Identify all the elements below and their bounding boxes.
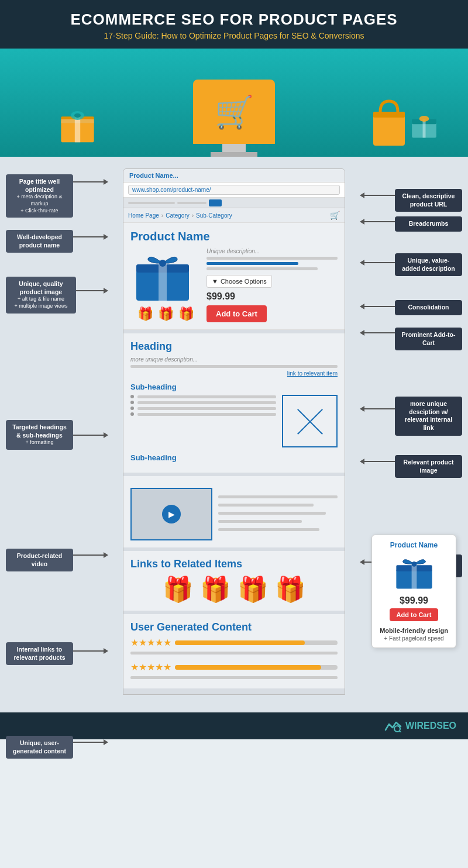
annotation-add-to-cart: Prominent Add-to-Cart (395, 328, 462, 350)
content-line1 (130, 365, 338, 368)
connector-atc-right (364, 332, 395, 333)
svg-point-15 (159, 260, 166, 267)
bullet-dot (130, 401, 134, 404)
ugc-line (130, 652, 338, 655)
stars-2: ★★★★★ (130, 662, 171, 673)
video-line (218, 528, 319, 531)
main-title: ECOMMERCE SEO FOR PRODUCT PAGES (12, 11, 456, 29)
annotation-product-image: Unique, quality product image + alt tag … (6, 277, 76, 314)
video-content: ▶ (130, 488, 338, 540)
annotation-page-title: Page title well optimized + meta decript… (6, 174, 73, 218)
subtitle: 17-Step Guide: How to Optimize Product P… (12, 31, 456, 40)
annotation-breadcrumbs: Breadcrumbs (395, 216, 462, 232)
mobile-add-to-cart-button[interactable]: Add to Cart (390, 608, 439, 621)
more-desc-text: more unique description... (130, 356, 338, 363)
connector-video (73, 554, 104, 556)
svg-rect-14 (159, 264, 167, 301)
rating-bar-1 (175, 640, 338, 645)
heading-section: Heading more unique description... link … (123, 333, 345, 473)
bullet-dot (130, 395, 134, 398)
annotation-internal-links: Internal links to relevant products (6, 642, 73, 665)
annotation-ugc: Unique, user-generated content (6, 736, 73, 759)
connector-page-title (73, 181, 104, 182)
svg-point-19 (411, 562, 417, 567)
thumb-icon-1[interactable]: 🎁 (137, 306, 153, 322)
svg-rect-3 (61, 119, 94, 123)
bullet-line (137, 401, 276, 404)
choose-options-button[interactable]: ▼ Choose Options (207, 275, 272, 288)
banner-gift-left-icon (56, 101, 99, 145)
url-input[interactable]: www.shop.com/product-name/ (128, 185, 340, 195)
thumb-icon-3[interactable]: 🎁 (178, 306, 194, 322)
connector-relevant-image-right (364, 461, 395, 462)
annotation-more-desc: more unique desciption w/ relevant inter… (395, 397, 462, 436)
content-text-col (130, 395, 276, 447)
svg-line-21 (400, 731, 402, 732)
bullet-line (137, 407, 276, 410)
bullet-dot (130, 412, 134, 416)
add-to-cart-button[interactable]: Add to Cart (207, 305, 267, 322)
banner-gift-right-icon (410, 110, 439, 139)
breadcrumb-subcategory[interactable]: Sub-Category (196, 212, 232, 219)
subheading2: Sub-heading (130, 453, 338, 462)
rating-fill-2 (175, 665, 321, 670)
rating-bar-2 (175, 665, 338, 670)
connector-ugc (73, 742, 104, 743)
page-header: ECOMMERCE SEO FOR PRODUCT PAGES 17-Step … (0, 0, 468, 49)
product-gift-icon (130, 248, 195, 301)
browser-toolbar (123, 198, 345, 208)
list-item (130, 401, 276, 404)
browser-url-bar: www.shop.com/product-name/ (123, 182, 345, 198)
list-item (130, 412, 276, 416)
related-gift-1[interactable]: 🎁 (163, 575, 193, 604)
bullet-dot (130, 407, 134, 410)
content-body (130, 395, 338, 447)
star-row-2: ★★★★★ (130, 662, 338, 673)
connector-headings (73, 435, 104, 436)
play-button[interactable]: ▶ (162, 505, 181, 523)
product-body: 🎁 🎁 🎁 Unique description... (130, 248, 338, 322)
breadcrumb-category[interactable]: Category (166, 212, 190, 219)
video-section: ▶ (123, 476, 345, 547)
description-lines (207, 257, 338, 270)
mobile-speed: + Fast pageload speed (378, 635, 450, 642)
mobile-label: Mobile-friendly design (378, 627, 450, 634)
related-gift-4[interactable]: 🎁 (275, 575, 305, 604)
cart-mini-icon[interactable]: 🛒 (330, 211, 340, 220)
stars-1: ★★★★★ (130, 637, 171, 648)
placeholder-image (282, 395, 338, 447)
svg-point-5 (74, 113, 81, 118)
connector-internal-links (73, 650, 104, 652)
list-item (130, 395, 276, 398)
breadcrumb-home[interactable]: Home Page (128, 212, 159, 219)
desc-line2 (207, 267, 318, 270)
product-title: Product Name (130, 230, 338, 243)
breadcrumb-sep: › (161, 212, 163, 219)
toolbar-button[interactable] (209, 199, 222, 206)
section-heading: Heading (130, 340, 338, 353)
thumb-icon-2[interactable]: 🎁 (158, 306, 174, 322)
connector-product-name (73, 236, 104, 237)
banner-bag-right-icon (369, 95, 410, 148)
internal-link[interactable]: link to relevant item (130, 370, 338, 377)
related-heading: Links to Related Items (130, 558, 338, 570)
product-details: Unique description... ▼ Choose Options $… (207, 248, 338, 322)
ugc-line2 (130, 676, 338, 679)
annotation-video: Product-related video (6, 549, 73, 571)
video-line (218, 520, 302, 523)
browser-chrome: Product Name... www.shop.com/product-nam… (123, 168, 345, 695)
banner: 🛒 (0, 49, 468, 157)
x-image-icon (292, 404, 328, 439)
wired-seo-icon (384, 719, 402, 732)
toolbar-line (128, 202, 175, 204)
breadcrumb-sep2: › (192, 212, 194, 219)
product-section: Product Name (123, 223, 345, 330)
svg-rect-10 (423, 119, 426, 138)
connector-consolidation-right (364, 306, 395, 307)
mobile-gift-icon (394, 553, 435, 591)
monitor-stand (222, 144, 246, 152)
bullet-line (137, 395, 276, 398)
related-gift-3[interactable]: 🎁 (238, 575, 268, 604)
related-gift-2[interactable]: 🎁 (200, 575, 230, 604)
video-player[interactable]: ▶ (130, 488, 212, 540)
